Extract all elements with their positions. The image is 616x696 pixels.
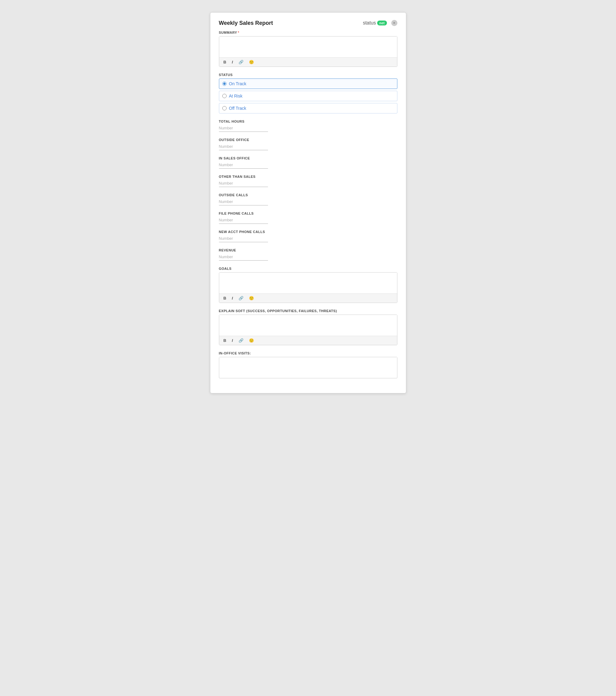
total-hours-label: TOTAL HOURS (219, 120, 397, 123)
close-button[interactable]: × (391, 20, 397, 26)
total-hours-input-wrapper (219, 125, 268, 132)
summary-emoji-button[interactable]: 🙂 (248, 60, 255, 65)
goals-toolbar: B I 🔗 🙂 (219, 294, 397, 303)
in-office-visits-section: IN-OFFICE VISITS: (219, 351, 397, 378)
revenue-input[interactable] (219, 254, 268, 260)
explain-soft-textarea[interactable] (219, 315, 397, 334)
status-option-off-track[interactable]: Off Track (219, 103, 397, 113)
status-field-section: STATUS On Track At Risk Off Track (219, 73, 397, 113)
status-option-on-track[interactable]: On Track (219, 79, 397, 89)
file-phone-calls-section: FILE PHONE CALLS (219, 211, 397, 224)
explain-soft-italic-button[interactable]: I (231, 338, 234, 343)
summary-label: SUMMARY* (219, 31, 397, 34)
outside-calls-input-wrapper (219, 199, 268, 205)
file-phone-calls-label: FILE PHONE CALLS (219, 211, 397, 215)
goals-emoji-button[interactable]: 🙂 (248, 296, 255, 301)
goals-rich-text-container: B I 🔗 🙂 (219, 272, 397, 303)
explain-soft-link-button[interactable]: 🔗 (237, 338, 245, 343)
in-office-visits-label: IN-OFFICE VISITS: (219, 351, 397, 355)
in-office-visits-rich-text-container (219, 357, 397, 378)
other-than-sales-input-wrapper (219, 180, 268, 187)
goals-italic-button[interactable]: I (231, 296, 234, 301)
outside-calls-input[interactable] (219, 199, 268, 205)
outside-office-input[interactable] (219, 143, 268, 149)
status-option-off-track-label: Off Track (229, 106, 247, 111)
new-acct-phone-calls-section: NEW ACCT PHONE CALLS (219, 230, 397, 242)
outside-office-section: OUTSIDE OFFICE (219, 138, 397, 150)
status-radio-on-track[interactable] (222, 82, 226, 86)
status-option-at-risk-label: At Risk (229, 94, 242, 98)
total-hours-input[interactable] (219, 125, 268, 131)
in-sales-office-section: IN SALES OFFICE (219, 156, 397, 169)
modal-title-group: Weekly Sales Report (219, 20, 273, 26)
revenue-input-wrapper (219, 254, 268, 260)
revenue-label: REVENUE (219, 248, 397, 252)
outside-calls-section: OUTSIDE CALLS (219, 193, 397, 205)
goals-textarea[interactable] (219, 272, 397, 292)
outside-office-label: OUTSIDE OFFICE (219, 138, 397, 142)
file-phone-calls-input-wrapper (219, 217, 268, 224)
status-label: STATUS (219, 73, 397, 77)
outside-calls-label: OUTSIDE CALLS (219, 193, 397, 197)
new-acct-phone-calls-input[interactable] (219, 236, 268, 241)
total-hours-section: TOTAL HOURS (219, 120, 397, 132)
explain-soft-emoji-button[interactable]: 🙂 (248, 338, 255, 343)
summary-field-section: SUMMARY* B I 🔗 🙂 (219, 31, 397, 67)
status-option-at-risk[interactable]: At Risk (219, 91, 397, 101)
modal-container: Weekly Sales Report status net × SUMMARY… (210, 12, 406, 393)
other-than-sales-input[interactable] (219, 180, 268, 186)
file-phone-calls-input[interactable] (219, 217, 268, 223)
modal-header: Weekly Sales Report status net × (219, 20, 397, 26)
status-label-text: status (363, 20, 376, 26)
other-than-sales-label: OTHER THAN SALES (219, 175, 397, 178)
new-acct-phone-calls-label: NEW ACCT PHONE CALLS (219, 230, 397, 234)
in-office-visits-textarea[interactable] (219, 357, 397, 377)
summary-link-button[interactable]: 🔗 (237, 60, 245, 65)
in-sales-office-input-wrapper (219, 162, 268, 169)
summary-rich-text-container: B I 🔗 🙂 (219, 36, 397, 67)
summary-bold-button[interactable]: B (222, 60, 227, 65)
status-net-badge: net (377, 20, 386, 26)
explain-soft-toolbar: B I 🔗 🙂 (219, 336, 397, 345)
explain-soft-section: EXPLAIN SOFT (SUCCESS, OPPORTUNITIES, FA… (219, 309, 397, 345)
status-badge-group: status net (363, 20, 386, 26)
summary-italic-button[interactable]: I (231, 60, 234, 65)
goals-bold-button[interactable]: B (222, 296, 227, 301)
goals-section: GOALS B I 🔗 🙂 (219, 267, 397, 303)
in-sales-office-input[interactable] (219, 162, 268, 168)
status-radio-at-risk[interactable] (222, 94, 226, 98)
status-options-group: On Track At Risk Off Track (219, 79, 397, 113)
outside-office-input-wrapper (219, 143, 268, 150)
status-radio-off-track[interactable] (222, 106, 226, 110)
status-option-on-track-label: On Track (229, 81, 247, 86)
new-acct-phone-calls-input-wrapper (219, 236, 268, 242)
summary-toolbar: B I 🔗 🙂 (219, 57, 397, 66)
required-star: * (238, 31, 239, 34)
goals-label: GOALS (219, 267, 397, 270)
explain-soft-label: EXPLAIN SOFT (SUCCESS, OPPORTUNITIES, FA… (219, 309, 397, 313)
summary-textarea[interactable] (219, 36, 397, 56)
goals-link-button[interactable]: 🔗 (237, 296, 245, 301)
other-than-sales-section: OTHER THAN SALES (219, 175, 397, 187)
in-sales-office-label: IN SALES OFFICE (219, 156, 397, 160)
explain-soft-rich-text-container: B I 🔗 🙂 (219, 315, 397, 345)
revenue-section: REVENUE (219, 248, 397, 260)
explain-soft-bold-button[interactable]: B (222, 338, 227, 343)
modal-title: Weekly Sales Report (219, 20, 273, 26)
